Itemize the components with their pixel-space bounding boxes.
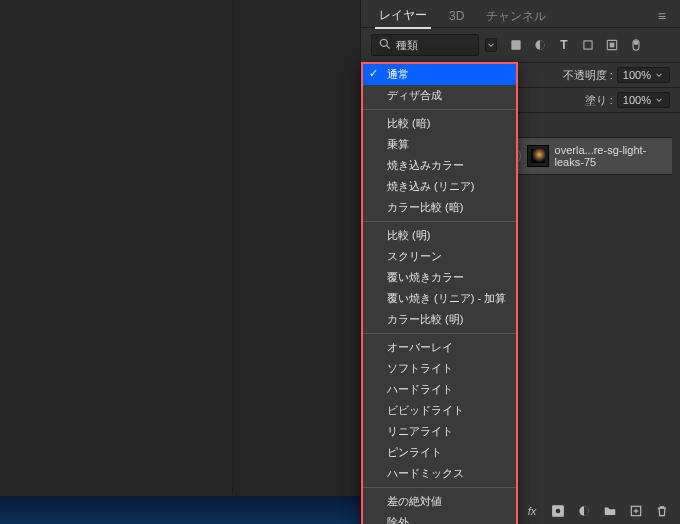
blend-mode-option[interactable]: 焼き込みカラー [363,155,516,176]
svg-point-8 [634,41,638,45]
svg-rect-2 [511,40,520,49]
filter-text: 種類 [396,38,418,53]
blend-mode-option[interactable]: ソフトライト [363,358,516,379]
opacity-label: 不透明度 : [563,68,613,83]
fill-value: 100% [623,94,651,106]
blend-mode-option[interactable]: スクリーン [363,246,516,267]
layer-filter-dropdown[interactable]: 種類 [371,34,479,56]
tab-3d[interactable]: 3D [445,6,468,26]
blend-mode-option[interactable]: ビビッドライト [363,400,516,421]
svg-point-0 [380,39,387,46]
blend-mode-option[interactable]: カラー比較 (明) [363,309,516,330]
layer-item[interactable]: overla...re-sg-light-leaks-75 [501,137,672,175]
canvas-image [0,496,360,524]
adjustment-icon[interactable] [576,504,592,518]
folder-icon[interactable] [602,504,618,518]
svg-line-1 [387,46,390,49]
new-layer-icon[interactable] [628,504,644,518]
menu-separator [363,487,516,488]
trash-icon[interactable] [654,504,670,518]
menu-separator [363,109,516,110]
filter-type-icons: T [509,38,643,52]
mask-icon[interactable] [550,504,566,518]
blend-mode-option[interactable]: 覆い焼き (リニア) - 加算 [363,288,516,309]
svg-rect-4 [584,41,592,49]
menu-separator [363,221,516,222]
filter-shape-icon[interactable] [581,38,595,52]
blend-mode-option[interactable]: ハードライト [363,379,516,400]
fx-icon[interactable]: fx [524,505,540,517]
filter-chevron[interactable] [485,38,497,52]
blend-mode-option[interactable]: ディザ合成 [363,85,516,106]
svg-point-10 [555,508,561,514]
blend-mode-option[interactable]: 通常 [363,64,516,85]
filter-smart-icon[interactable] [605,38,619,52]
filter-type-icon[interactable]: T [557,38,571,52]
layer-thumbnail [527,145,549,167]
opacity-value: 100% [623,69,651,81]
blend-mode-dropdown[interactable]: 通常ディザ合成比較 (暗)乗算焼き込みカラー焼き込み (リニア)カラー比較 (暗… [361,62,518,524]
blend-mode-option[interactable]: ピンライト [363,442,516,463]
blend-mode-option[interactable]: リニアライト [363,421,516,442]
canvas-area [0,0,360,524]
filter-pixel-icon[interactable] [509,38,523,52]
tab-channels[interactable]: チャンネル [482,5,550,28]
blend-mode-option[interactable]: 覆い焼きカラー [363,267,516,288]
filter-row: 種類 T [361,28,680,63]
panel-tabs: レイヤー 3D チャンネル ≡ [361,0,680,28]
blend-mode-option[interactable]: 差の絶対値 [363,491,516,512]
blend-mode-option[interactable]: ハードミックス [363,463,516,484]
tab-layers[interactable]: レイヤー [375,4,431,29]
opacity-input[interactable]: 100% [617,67,670,83]
layer-panel-footer: fx [524,504,670,518]
blend-mode-option[interactable]: カラー比較 (暗) [363,197,516,218]
blend-mode-option[interactable]: 比較 (暗) [363,113,516,134]
filter-adjust-icon[interactable] [533,38,547,52]
blend-mode-option[interactable]: 比較 (明) [363,225,516,246]
blend-mode-option[interactable]: 乗算 [363,134,516,155]
fill-label: 塗り : [585,93,613,108]
fill-input[interactable]: 100% [617,92,670,108]
layer-name: overla...re-sg-light-leaks-75 [555,144,664,168]
canvas-divider [232,0,233,494]
blend-mode-option[interactable]: 除外 [363,512,516,524]
menu-separator [363,333,516,334]
filter-toggle-icon[interactable] [629,38,643,52]
svg-rect-6 [610,43,614,47]
search-icon [378,37,392,53]
blend-mode-option[interactable]: 焼き込み (リニア) [363,176,516,197]
blend-mode-option[interactable]: オーバーレイ [363,337,516,358]
panel-menu-icon[interactable]: ≡ [658,8,670,24]
